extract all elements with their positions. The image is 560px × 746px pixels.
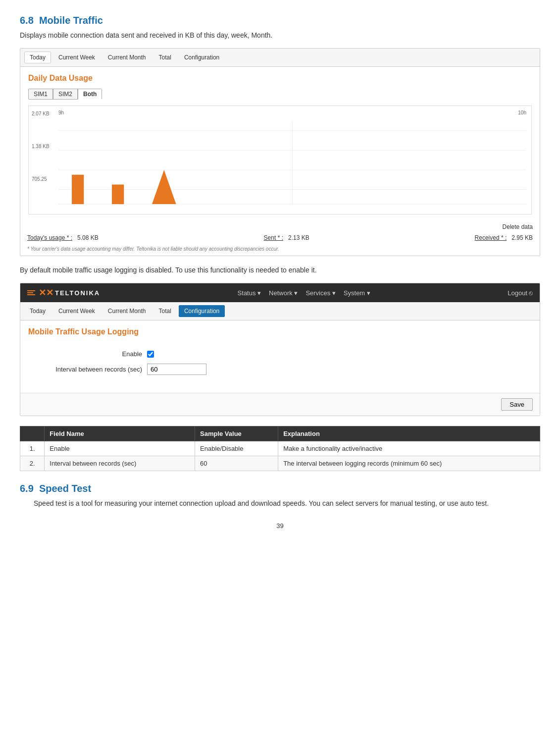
x-label-9h: 9h [58,110,64,115]
nav-system[interactable]: System ▾ [344,289,370,297]
section-68-title: 6.8 Mobile Traffic [20,15,540,26]
today-usage-label: Today's usage * : [27,234,72,241]
received-label: Received * : [475,234,507,241]
sim2-tab[interactable]: SIM2 [53,89,78,100]
tab-current-week-2[interactable]: Current Week [53,305,101,317]
table-header-empty [20,426,45,441]
logging-form: Enable Interval between records (sec) [28,342,532,386]
brand-line-1 [27,290,35,291]
tab-total-1[interactable]: Total [153,52,177,63]
navbar-menu: Status ▾ Network ▾ Services ▾ System ▾ [238,289,370,297]
sim-tabs: SIM1 SIM2 Both [28,89,532,100]
sim1-tab[interactable]: SIM1 [28,89,53,100]
brand-x: ✕✕ [39,287,53,298]
section-69-title: 6.9 Speed Test [20,483,540,494]
explanation-enable: Make a functionality active/inactive [278,441,540,456]
tab-current-month-2[interactable]: Current Month [102,305,152,317]
y-label-bottom: 705.25 [32,176,50,182]
today-usage: Today's usage * : 5.08 KB [27,234,99,241]
delete-data-link[interactable]: Delete data [503,223,533,230]
sent-value: 2.13 KB [288,234,309,241]
tab-today-1[interactable]: Today [24,52,51,63]
tab-total-2[interactable]: Total [153,305,177,317]
field-interval: Interval between records (sec) [45,456,195,471]
nav-services[interactable]: Services ▾ [305,289,335,297]
logout-icon: ⎋ [529,289,533,297]
save-btn-row: Save [20,393,540,416]
navbar: ✕✕ TELTONIKA Status ▾ Network ▾ Services… [20,283,540,302]
logging-title: Mobile Traffic Usage Logging [28,327,532,336]
field-table: Field Name Sample Value Explanation 1. E… [20,426,540,471]
enable-row: Enable [43,350,517,358]
brand-name: TELTONIKA [55,289,100,297]
svg-marker-8 [152,170,176,204]
brand-icon: ✕✕ TELTONIKA [27,287,100,298]
row-num-1: 1. [20,441,45,456]
chart-x-labels: 9h 10h [58,110,526,115]
svg-rect-6 [72,175,84,204]
table-header-field: Field Name [45,426,195,441]
disclaimer: * Your carrier's data usage accounting m… [20,244,540,256]
traffic-panel-1: Today Current Week Current Month Total C… [20,48,540,256]
chart-area: 9h 10h 2.07 KB 1.38 KB 705.25 [28,106,532,214]
table-header-explanation: Explanation [278,426,540,441]
table-header-value: Sample Value [195,426,278,441]
tab-bar-2: Today Current Week Current Month Total C… [20,302,540,320]
sent-stat: Sent * : 2.13 KB [264,234,309,241]
row-num-2: 2. [20,456,45,471]
tab-bar-1: Today Current Week Current Month Total C… [20,49,540,67]
stats-row: Today's usage * : 5.08 KB Sent * : 2.13 … [20,231,540,244]
tab-current-month-1[interactable]: Current Month [102,52,152,63]
table-row: 2. Interval between records (sec) 60 The… [20,456,540,471]
x-label-10h: 10h [518,110,526,115]
value-interval: 60 [195,456,278,471]
sent-label: Sent * : [264,234,283,241]
panel-content-1: Daily Data Usage SIM1 SIM2 Both 9h 10h 2… [20,67,540,221]
brand-line-3 [27,294,35,295]
save-button[interactable]: Save [501,398,533,411]
interval-label: Interval between records (sec) [43,366,142,373]
brand-lines [27,290,35,295]
nav-network[interactable]: Network ▾ [269,289,298,297]
value-enable: Enable/Disable [195,441,278,456]
y-label-mid: 1.38 KB [32,144,50,149]
enable-label: Enable [43,350,142,358]
chart-y-labels: 2.07 KB 1.38 KB 705.25 [32,111,50,209]
field-enable: Enable [45,441,195,456]
received-value: 2.95 KB [511,234,533,241]
section-68-description2: By default mobile traffic usage logging … [20,266,540,274]
traffic-panel-2: ✕✕ TELTONIKA Status ▾ Network ▾ Services… [20,283,540,416]
page-number: 39 [20,522,540,530]
tab-configuration-1[interactable]: Configuration [179,52,225,63]
delete-data-row: Delete data [20,221,540,231]
both-tab[interactable]: Both [78,89,102,100]
today-usage-value: 5.08 KB [77,234,99,241]
tab-configuration-2[interactable]: Configuration [179,305,225,317]
interval-input[interactable] [147,364,206,375]
y-label-top: 2.07 KB [32,111,50,116]
section-68-description: Displays mobile connection data sent and… [20,31,540,39]
daily-data-usage-title: Daily Data Usage [28,74,532,83]
brand-line-2 [27,292,33,293]
logout-button[interactable]: Logout ⎋ [508,289,533,297]
section-69-description: Speed test is a tool for measuring your … [20,499,540,507]
enable-checkbox[interactable] [147,351,154,358]
explanation-interval: The interval between logging records (mi… [278,456,540,471]
tab-current-week-1[interactable]: Current Week [53,52,101,63]
nav-status[interactable]: Status ▾ [238,289,261,297]
received-stat: Received * : 2.95 KB [475,234,533,241]
logging-panel-content: Mobile Traffic Usage Logging Enable Inte… [20,320,540,393]
svg-rect-7 [112,185,124,205]
chart-svg-container [58,121,526,209]
table-row: 1. Enable Enable/Disable Make a function… [20,441,540,456]
tab-today-2[interactable]: Today [24,305,51,317]
interval-row: Interval between records (sec) [43,364,517,375]
navbar-brand: ✕✕ TELTONIKA [27,287,100,298]
